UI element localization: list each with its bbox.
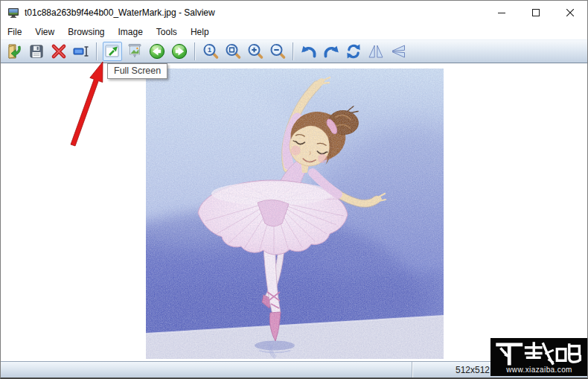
- maximize-icon: [532, 9, 540, 16]
- salview-app-icon: [7, 7, 19, 19]
- previous-image-button[interactable]: [147, 42, 167, 61]
- watermark: www.xiazaiba.com: [490, 338, 588, 376]
- flip-horizontal-icon: [367, 42, 385, 60]
- menu-help[interactable]: Help: [184, 25, 216, 39]
- close-icon: [566, 9, 574, 16]
- zoom-actual-size-button[interactable]: 1: [201, 42, 220, 61]
- title-bar: t01c88a263b9f4e4b00_WaterMark.jpg - Salv…: [1, 1, 587, 25]
- rotate-right-icon: [322, 42, 340, 60]
- toolbar: 1: [1, 39, 587, 63]
- watermark-logo: [496, 341, 584, 366]
- flip-horizontal-button[interactable]: [366, 42, 386, 61]
- rotate-left-icon: [300, 42, 318, 60]
- minimize-button[interactable]: [485, 1, 519, 25]
- rename-icon: [72, 42, 90, 60]
- next-image-button[interactable]: [170, 42, 189, 61]
- toolbar-separator: [194, 42, 196, 60]
- status-pane-left: [1, 362, 412, 378]
- zoom-actual-size-icon: 1: [202, 42, 220, 60]
- refresh-button[interactable]: [344, 42, 363, 61]
- svg-text:1: 1: [208, 46, 211, 54]
- full-screen-tooltip: Full Screen: [107, 63, 167, 79]
- zoom-out-button[interactable]: [268, 42, 287, 61]
- watermark-url: www.xiazaiba.com: [506, 366, 572, 374]
- open-button[interactable]: [4, 42, 24, 61]
- ballerina-image: [146, 69, 444, 359]
- open-folder-icon: [5, 42, 23, 60]
- minimize-icon: [498, 9, 505, 16]
- save-button[interactable]: [27, 42, 46, 61]
- image-dimensions-label: 512x512: [412, 362, 497, 378]
- zoom-fit-button[interactable]: [223, 42, 243, 61]
- toolbar-separator: [293, 42, 294, 60]
- next-arrow-icon: [170, 42, 188, 60]
- menu-view[interactable]: View: [28, 25, 61, 39]
- menu-tools[interactable]: Tools: [150, 25, 184, 39]
- image-viewport: [1, 63, 587, 361]
- rotate-right-button[interactable]: [322, 42, 341, 61]
- salview-window: t01c88a263b9f4e4b00_WaterMark.jpg - Salv…: [0, 0, 588, 379]
- menu-bar: File View Browsing Image Tools Help: [1, 25, 587, 39]
- save-floppy-icon: [28, 42, 45, 60]
- delete-x-icon: [50, 42, 68, 60]
- close-button[interactable]: [553, 1, 587, 25]
- zoom-out-icon: [269, 42, 287, 60]
- window-title: t01c88a263b9f4e4b00_WaterMark.jpg - Salv…: [25, 7, 485, 18]
- full-screen-icon: [103, 42, 121, 60]
- previous-arrow-icon: [148, 42, 166, 60]
- slideshow-button[interactable]: [125, 42, 144, 61]
- maximize-button[interactable]: [519, 1, 553, 25]
- toolbar-separator: [96, 42, 98, 60]
- slideshow-icon: [126, 42, 144, 60]
- rotate-left-button[interactable]: [299, 42, 319, 61]
- zoom-in-icon: [246, 42, 264, 60]
- menu-file[interactable]: File: [1, 25, 28, 39]
- window-controls: [485, 1, 587, 25]
- menu-image[interactable]: Image: [112, 25, 150, 39]
- menu-browsing[interactable]: Browsing: [61, 25, 111, 39]
- refresh-icon: [345, 42, 362, 60]
- zoom-fit-icon: [224, 42, 242, 60]
- delete-button[interactable]: [49, 42, 68, 61]
- zoom-in-button[interactable]: [246, 42, 265, 61]
- flip-vertical-button[interactable]: [389, 42, 408, 61]
- full-screen-button[interactable]: [103, 42, 122, 61]
- flip-vertical-icon: [389, 42, 407, 60]
- rename-button[interactable]: [71, 42, 91, 61]
